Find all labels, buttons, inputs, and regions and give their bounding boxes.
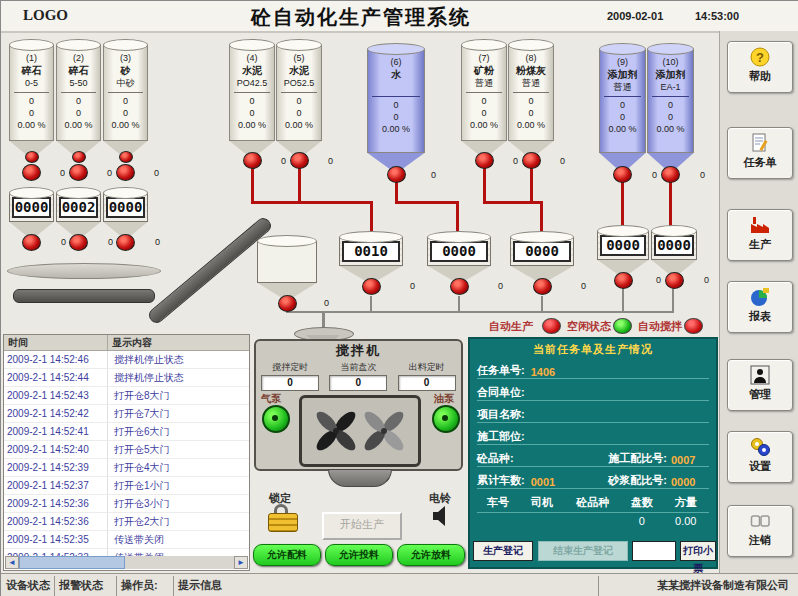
settings-icon <box>748 435 772 459</box>
silo-5: (5) 水泥 PO52.5 0 0 0.00 % 0 <box>276 39 322 169</box>
col-concrete-type: 砼品种 <box>565 495 621 512</box>
silo-value: 0 <box>462 107 506 119</box>
discharge-timer-value[interactable]: 0 <box>398 375 456 391</box>
manage-icon <box>748 363 772 387</box>
discharge-plate <box>7 263 161 279</box>
silo-material: 砂 <box>104 64 147 77</box>
production-register-button[interactable]: 生产登记 <box>473 541 533 561</box>
discharge-timer-label: 出料定时 <box>393 361 461 374</box>
mixer-blades <box>302 398 418 464</box>
log-message: 打开仓7大门 <box>108 405 249 422</box>
scrollbar-thumb[interactable] <box>19 556 125 569</box>
log-row[interactable]: 2009-2-1 14:52:35传送带关闭 <box>4 531 249 549</box>
valve-indicator <box>278 295 297 312</box>
start-production-button[interactable]: 开始生产 <box>322 512 402 540</box>
silo-spec: EA-1 <box>648 81 693 93</box>
production-button[interactable]: 生产 <box>727 209 793 261</box>
scroll-right-arrow[interactable]: ► <box>234 556 248 569</box>
weight-display: 0000 <box>430 241 488 262</box>
field-label: 施工配比号: <box>608 451 667 466</box>
log-row[interactable]: 2009-2-1 14:52:40打开仓5大门 <box>4 441 249 459</box>
col-truck: 车号 <box>477 495 519 512</box>
log-row[interactable]: 2009-2-1 14:52:39打开仓4大门 <box>4 459 249 477</box>
print-ticket-button[interactable]: 打印小票 <box>680 541 716 561</box>
hmi-screen: LOGO 砼自动化生产管理系统 2009-02-01 14:53:00 ? 帮助… <box>0 0 798 596</box>
report-label: 报表 <box>728 309 792 324</box>
allow-batching-button[interactable]: 允许配料 <box>253 544 321 566</box>
allow-discharge-button[interactable]: 允许放料 <box>397 544 465 566</box>
valve-indicator <box>661 166 680 183</box>
task-number-row: 任务单号: 1406 <box>477 357 709 379</box>
small-valve-indicator <box>25 151 39 163</box>
task-list-label: 任务单 <box>728 155 792 170</box>
register-input-field[interactable] <box>632 541 676 561</box>
silo-top <box>229 39 275 51</box>
oil-pump-label: 油泵 <box>434 392 454 406</box>
batch-count-value[interactable]: 0 <box>329 375 387 391</box>
log-header-time: 时间 <box>4 335 108 350</box>
silo-material: 碎石 <box>10 64 53 77</box>
settings-button[interactable]: 设置 <box>727 431 793 483</box>
silo-value: 0 <box>57 107 100 119</box>
pipe <box>298 166 301 203</box>
aggregate-scale-3: 0000 0 <box>103 187 148 251</box>
log-row[interactable]: 2009-2-1 14:52:36打开仓3小门 <box>4 495 249 513</box>
scrollbar-track[interactable] <box>125 556 234 569</box>
horizontal-scrollbar[interactable]: ◄ ► <box>5 556 248 569</box>
bell-speaker-icon[interactable] <box>431 504 453 528</box>
silo-top <box>599 43 646 55</box>
log-row[interactable]: 2009-2-1 14:52:41打开仓6大门 <box>4 423 249 441</box>
hopper-top <box>651 225 697 237</box>
allow-feeding-button[interactable]: 允许投料 <box>325 544 393 566</box>
logout-button[interactable]: 注销 <box>727 505 793 557</box>
valve-count: 0 <box>581 281 586 291</box>
hopper-top <box>56 187 101 199</box>
manage-button[interactable]: 管理 <box>727 359 793 411</box>
log-message: 打开仓3小门 <box>108 495 249 512</box>
log-row[interactable]: 2009-2-1 14:52:36打开仓2大门 <box>4 513 249 531</box>
log-row[interactable]: 2009-2-1 14:52:37打开仓1小门 <box>4 477 249 495</box>
air-pump-label: 气泵 <box>261 392 281 406</box>
valve-indicator <box>450 278 469 295</box>
silo-value: 0 <box>368 99 424 111</box>
log-row[interactable]: 2009-2-1 14:52:46搅拌机停止状态 <box>4 351 249 369</box>
log-row[interactable]: 2009-2-1 14:52:44搅拌机停止状态 <box>4 369 249 387</box>
report-button[interactable]: 报表 <box>727 281 793 333</box>
col-batches: 盘数 <box>621 495 663 512</box>
scroll-left-arrow[interactable]: ◄ <box>5 556 19 569</box>
silo-material: 粉煤灰 <box>509 64 553 77</box>
mixer-panel: 搅拌机 搅拌定时0 当前盘次0 出料定时0 气泵 油泵 <box>254 339 463 471</box>
silo-number: (10) <box>648 57 693 68</box>
mixer-title: 搅拌机 <box>256 342 461 360</box>
silo-percent: 0.00 % <box>462 119 506 131</box>
log-row[interactable]: 2009-2-1 14:52:42打开仓7大门 <box>4 405 249 423</box>
hopper-top <box>427 231 491 243</box>
silo-percent: 0.00 % <box>509 119 553 131</box>
operator-label: 操作员: <box>121 578 158 593</box>
silo-number: (5) <box>277 53 321 64</box>
silo-body: (7) 矿粉 普通 0 0 0.00 % <box>461 45 507 141</box>
mixer-discharge <box>328 469 392 487</box>
end-production-register-button[interactable]: 结束生产登记 <box>538 541 628 561</box>
log-header-content: 显示内容 <box>108 335 249 350</box>
right-propeller <box>361 408 406 453</box>
task-list-button[interactable]: 任务单 <box>727 127 793 179</box>
field-label: 砼品种: <box>477 451 514 466</box>
help-button[interactable]: ? 帮助 <box>727 41 793 93</box>
weight-display: 0000 <box>12 197 51 218</box>
valve-indicator <box>614 272 633 289</box>
silo-9: (9) 添加剂 普通 0 0 0.00 % 0 <box>599 43 646 183</box>
construction-site-row: 施工部位: <box>477 423 709 445</box>
lock-icon[interactable] <box>267 504 297 532</box>
silo-body: (4) 水泥 PO42.5 0 0 0.00 % <box>229 45 275 141</box>
silo-number: (6) <box>368 57 424 68</box>
log-row[interactable]: 2009-2-1 14:52:43打开仓8大门 <box>4 387 249 405</box>
pipe <box>395 201 459 204</box>
divider <box>234 92 270 93</box>
mix-timer-value[interactable]: 0 <box>261 375 319 391</box>
truck-count-row: 累计车数: 0001 砂浆配比号: 0000 <box>477 467 709 489</box>
auto-mix-label: 自动搅拌 <box>638 319 682 334</box>
silo-value: 0 <box>10 107 53 119</box>
pipe <box>286 311 674 313</box>
silo-material: 水泥 <box>277 64 321 77</box>
